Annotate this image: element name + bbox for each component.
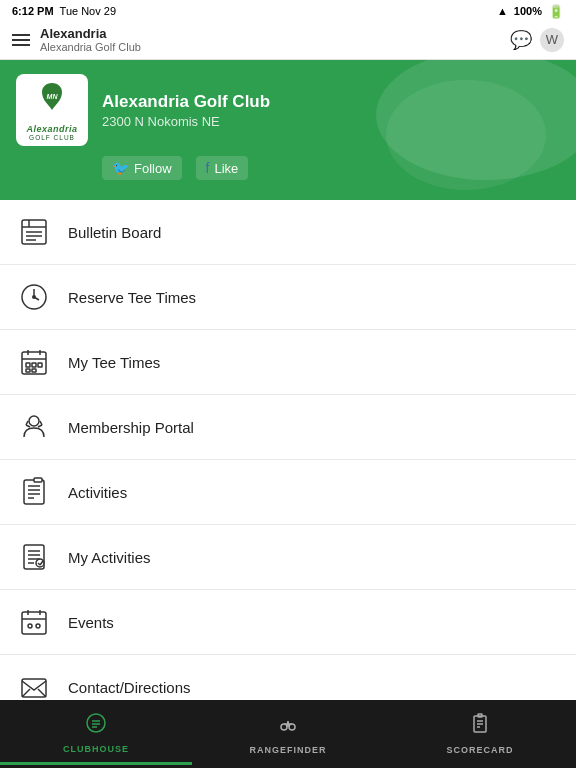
svg-text:MN: MN bbox=[47, 93, 59, 100]
menu-item-reserve-tee-times[interactable]: Reserve Tee Times bbox=[0, 265, 576, 330]
svg-rect-15 bbox=[38, 363, 42, 367]
activities-icon bbox=[16, 474, 52, 510]
my-tee-times-label: My Tee Times bbox=[68, 354, 160, 371]
tab-clubhouse[interactable]: CLUBHOUSE bbox=[0, 704, 192, 765]
header-actions: 🐦 Follow f Like bbox=[102, 156, 560, 180]
nav-subtitle: Alexandria Golf Club bbox=[40, 41, 141, 53]
scorecard-tab-icon bbox=[469, 713, 491, 741]
follow-label: Follow bbox=[134, 161, 172, 176]
rangefinder-tab-label: RANGEFINDER bbox=[249, 745, 326, 755]
rangefinder-tab-icon bbox=[277, 713, 299, 741]
svg-line-22 bbox=[38, 425, 42, 427]
status-right: ▲ 100% 🔋 bbox=[497, 4, 564, 19]
svg-point-59 bbox=[289, 724, 295, 730]
my-tee-times-icon bbox=[16, 344, 52, 380]
events-icon bbox=[16, 604, 52, 640]
chat-icon[interactable]: 💬 bbox=[510, 29, 532, 51]
tab-scorecard[interactable]: SCORECARD bbox=[384, 705, 576, 763]
menu-item-my-tee-times[interactable]: My Tee Times bbox=[0, 330, 576, 395]
menu-list: Bulletin Board Reserve Tee Times bbox=[0, 200, 576, 724]
svg-rect-17 bbox=[32, 369, 36, 372]
svg-point-42 bbox=[36, 624, 40, 628]
menu-item-activities[interactable]: Activities bbox=[0, 460, 576, 525]
battery-percent: 100% bbox=[514, 5, 542, 17]
svg-point-18 bbox=[29, 416, 39, 426]
twitter-icon: 🐦 bbox=[112, 160, 129, 176]
status-bar: 6:12 PM Tue Nov 29 ▲ 100% 🔋 bbox=[0, 0, 576, 22]
scorecard-tab-label: SCORECARD bbox=[446, 745, 513, 755]
svg-rect-23 bbox=[24, 480, 44, 504]
nav-titles: Alexandria Alexandria Golf Club bbox=[40, 26, 141, 53]
club-logo: MN Alexandria GOLF CLUB bbox=[16, 74, 88, 146]
logo-sub: GOLF CLUB bbox=[29, 134, 75, 141]
menu-item-membership-portal[interactable]: Membership Portal bbox=[0, 395, 576, 460]
club-header: MN Alexandria GOLF CLUB Alexandria Golf … bbox=[0, 60, 576, 200]
club-name: Alexandria Golf Club bbox=[102, 92, 270, 112]
svg-line-20 bbox=[40, 421, 42, 425]
club-address: 2300 N Nokomis NE bbox=[102, 114, 270, 129]
my-activities-label: My Activities bbox=[68, 549, 151, 566]
clubhouse-tab-label: CLUBHOUSE bbox=[63, 744, 129, 754]
svg-rect-28 bbox=[34, 478, 42, 482]
menu-button[interactable] bbox=[12, 34, 30, 46]
svg-point-41 bbox=[28, 624, 32, 628]
nav-title: Alexandria bbox=[40, 26, 141, 41]
svg-rect-16 bbox=[26, 369, 30, 372]
svg-rect-14 bbox=[32, 363, 36, 367]
my-activities-icon bbox=[16, 539, 52, 575]
svg-rect-13 bbox=[26, 363, 30, 367]
reserve-tee-times-label: Reserve Tee Times bbox=[68, 289, 196, 306]
bulletin-board-label: Bulletin Board bbox=[68, 224, 161, 241]
svg-rect-37 bbox=[22, 612, 46, 634]
wifi-icon: ▲ bbox=[497, 5, 508, 17]
nav-bar: Alexandria Alexandria Golf Club 💬 W bbox=[0, 22, 576, 60]
activities-label: Activities bbox=[68, 484, 127, 501]
menu-item-events[interactable]: Events bbox=[0, 590, 576, 655]
svg-point-34 bbox=[36, 559, 44, 567]
facebook-icon: f bbox=[206, 160, 210, 176]
header-info: Alexandria Golf Club 2300 N Nokomis NE bbox=[102, 92, 270, 129]
events-label: Events bbox=[68, 614, 114, 631]
reserve-tee-times-icon bbox=[16, 279, 52, 315]
contact-directions-label: Contact/Directions bbox=[68, 679, 191, 696]
user-icon[interactable]: W bbox=[540, 28, 564, 52]
status-date: Tue Nov 29 bbox=[60, 5, 116, 17]
clubhouse-tab-icon bbox=[85, 712, 107, 740]
battery-icon: 🔋 bbox=[548, 4, 564, 19]
svg-line-19 bbox=[26, 421, 28, 425]
tab-bar: CLUBHOUSE RANGEFINDER SCORECARD bbox=[0, 700, 576, 768]
membership-portal-icon bbox=[16, 409, 52, 445]
membership-portal-label: Membership Portal bbox=[68, 419, 194, 436]
like-label: Like bbox=[214, 161, 238, 176]
bulletin-board-icon bbox=[16, 214, 52, 250]
header-content: MN Alexandria GOLF CLUB Alexandria Golf … bbox=[16, 74, 560, 146]
menu-item-bulletin-board[interactable]: Bulletin Board bbox=[0, 200, 576, 265]
svg-line-21 bbox=[26, 425, 30, 427]
svg-point-8 bbox=[32, 295, 36, 299]
svg-point-54 bbox=[87, 714, 105, 732]
logo-name: Alexandria bbox=[26, 124, 77, 134]
tab-rangefinder[interactable]: RANGEFINDER bbox=[192, 705, 384, 763]
status-time: 6:12 PM bbox=[12, 5, 54, 17]
menu-item-my-activities[interactable]: My Activities bbox=[0, 525, 576, 590]
twitter-follow-button[interactable]: 🐦 Follow bbox=[102, 156, 182, 180]
facebook-like-button[interactable]: f Like bbox=[196, 156, 249, 180]
svg-point-58 bbox=[281, 724, 287, 730]
